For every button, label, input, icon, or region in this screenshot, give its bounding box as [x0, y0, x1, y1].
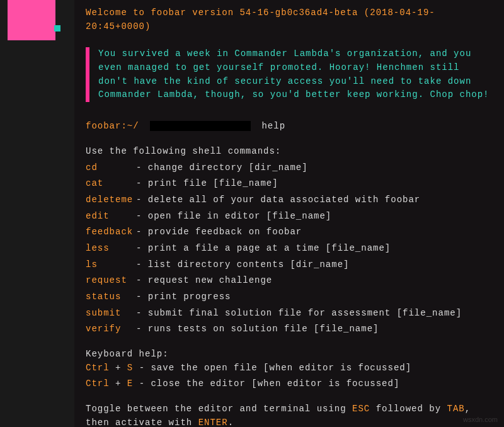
command-row: less- print a file a page at a time [fil…: [86, 242, 493, 256]
key-esc: ESC: [352, 404, 370, 414]
shortcut-list: Ctrl + S - save the open file [when edit…: [86, 362, 493, 391]
dash: -: [136, 178, 148, 188]
dash: -: [136, 308, 148, 318]
dash: -: [136, 243, 148, 253]
dash: -: [133, 363, 151, 373]
command-row: cat- print file [file_name]: [86, 177, 493, 191]
logo: [8, 0, 55, 40]
command-name: ls: [86, 258, 136, 272]
command-description: request new challenge: [148, 275, 272, 285]
key-enter: ENTER: [198, 418, 228, 427]
command-name: edit: [86, 210, 136, 224]
dash: -: [136, 292, 148, 302]
toggle-instruction: Toggle between the editor and terminal u…: [86, 402, 493, 427]
dash: -: [136, 162, 148, 173]
dash: -: [136, 275, 148, 285]
shortcut-description: save the open file [when editor is focus…: [151, 363, 411, 373]
terminal-output[interactable]: Welcome to foobar version 54-16-gb0c36ad…: [74, 0, 504, 427]
dash: -: [136, 195, 148, 205]
sidebar: [0, 0, 74, 427]
command-description: runs tests on solution file [file_name]: [148, 324, 379, 334]
command-description: list directory contents [dir_name]: [148, 259, 350, 270]
watermark: wsxdn.com: [463, 416, 498, 423]
command-row: deleteme- delete all of your data associ…: [86, 193, 493, 207]
command-name: status: [86, 290, 136, 304]
command-name: request: [86, 274, 136, 288]
welcome-line: Welcome to foobar version 54-16-gb0c36ad…: [86, 6, 493, 33]
shortcut-row: Ctrl + S - save the open file [when edit…: [86, 362, 493, 375]
command-name: submit: [86, 307, 136, 321]
command-name: less: [86, 242, 136, 256]
command-row: edit- open file in editor [file_name]: [86, 210, 493, 224]
redacted-segment: [150, 121, 251, 131]
key-modifier: Ctrl: [86, 363, 110, 373]
command-description: print a file a page at a time [file_name…: [148, 243, 391, 253]
command-description: print progress: [148, 292, 231, 302]
toggle-text-4: .: [228, 418, 234, 427]
command-name: verify: [86, 322, 136, 336]
command-description: open file in editor [file_name]: [148, 211, 331, 221]
command-name: deleteme: [86, 193, 136, 207]
command-row: cd- change directory [dir_name]: [86, 161, 493, 175]
key-letter: E: [127, 379, 133, 389]
shortcut-description: close the editor [when editor is focusse…: [151, 379, 399, 389]
command-description: submit final solution file for assessmen…: [148, 308, 462, 318]
dash: -: [136, 211, 148, 221]
dash: -: [136, 259, 148, 270]
key-tab: TAB: [447, 404, 465, 414]
command-name: cd: [86, 161, 136, 175]
keyboard-help-label: Keyboard help:: [86, 348, 493, 362]
prompt-line: foobar:~/ help: [86, 120, 493, 134]
toggle-text-2: followed by: [370, 404, 447, 414]
command-row: request- request new challenge: [86, 274, 493, 288]
key-letter: S: [127, 363, 133, 373]
shortcut-row: Ctrl + E - close the editor [when editor…: [86, 377, 493, 391]
plus-sign: +: [110, 379, 127, 389]
command-description: print file [file_name]: [148, 178, 278, 188]
command-description: change directory [dir_name]: [148, 162, 308, 173]
typed-command: help: [261, 121, 285, 131]
prompt-path: foobar:~/: [86, 121, 139, 131]
toggle-text-1: Toggle between the editor and terminal u…: [86, 404, 352, 414]
help-intro: Use the following shell commands:: [86, 145, 493, 159]
dash: -: [136, 324, 148, 334]
command-row: ls- list directory contents [dir_name]: [86, 258, 493, 272]
command-description: provide feedback on foobar: [148, 227, 302, 237]
command-row: submit- submit final solution file for a…: [86, 307, 493, 321]
command-row: feedback- provide feedback on foobar: [86, 225, 493, 239]
command-list: cd- change directory [dir_name]cat- prin…: [86, 161, 493, 337]
key-modifier: Ctrl: [86, 379, 110, 389]
command-row: verify- runs tests on solution file [fil…: [86, 322, 493, 336]
dash: -: [133, 379, 151, 389]
command-name: cat: [86, 177, 136, 191]
story-block: You survived a week in Commander Lambda'…: [86, 47, 493, 102]
plus-sign: +: [110, 363, 127, 373]
command-row: status- print progress: [86, 290, 493, 304]
command-name: feedback: [86, 225, 136, 239]
command-description: delete all of your data associated with …: [148, 195, 420, 205]
dash: -: [136, 227, 148, 237]
